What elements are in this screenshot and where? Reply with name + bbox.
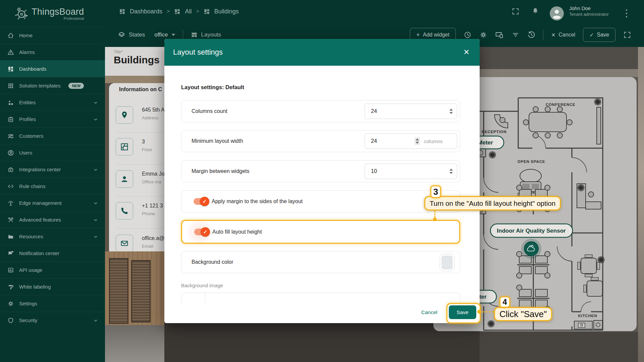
sidebar-item-solution-templates[interactable]: Solution templatesNEW: [0, 77, 105, 94]
minimum-layout-width-input[interactable]: 24 columns: [365, 133, 457, 149]
breadcrumb-separator: >: [167, 8, 170, 14]
photo-strip: [105, 76, 164, 83]
sidebar: ThingsBoard Professional Home Alarms Das…: [0, 0, 105, 362]
breadcrumb-all[interactable]: All: [185, 8, 192, 15]
device-preview-icon[interactable]: [495, 31, 504, 39]
sidebar-item-alarms[interactable]: Alarms: [0, 44, 105, 60]
info-value: office.a@: [142, 235, 164, 241]
brand-name: ThingsBoard: [32, 7, 84, 17]
stepper-down-icon[interactable]: [416, 142, 419, 144]
history-restore-icon[interactable]: [527, 31, 535, 39]
stepper-down-icon[interactable]: [449, 172, 453, 174]
avatar[interactable]: [550, 6, 564, 20]
sidebar-item-users[interactable]: Users: [0, 144, 105, 161]
stepper-down-icon[interactable]: [449, 112, 453, 114]
notifications-bell-icon[interactable]: [532, 7, 539, 15]
columns-count-input[interactable]: 24: [365, 104, 457, 119]
number-stepper[interactable]: [449, 169, 453, 174]
user-role: Tenant administrator: [569, 12, 609, 17]
tools-icon: [7, 217, 14, 223]
dashboard-background-left: Title* Buildings Information on C 645 5t…: [105, 47, 164, 362]
sidebar-item-profiles[interactable]: Profiles: [0, 111, 105, 127]
filter-icon[interactable]: [512, 31, 520, 39]
sidebar-item-notification-center[interactable]: Notification center: [0, 245, 105, 261]
save-dashboard-label: Save: [597, 32, 609, 38]
info-label: Office ma: [142, 179, 161, 184]
sidebar-item-entities[interactable]: Entities: [0, 94, 105, 111]
user-menu[interactable]: John Doe Tenant administrator: [569, 5, 609, 17]
info-label: Floor: [142, 147, 152, 152]
fullscreen-icon[interactable]: [512, 7, 520, 15]
sidebar-item-security[interactable]: Security: [0, 312, 105, 328]
input-value: 10: [371, 168, 377, 174]
layouts-button[interactable]: Layouts: [201, 32, 221, 38]
stepper-up-icon[interactable]: [449, 109, 453, 111]
sidebar-item-label: API usage: [19, 267, 42, 273]
breadcrumb-dashboards[interactable]: Dashboards: [130, 8, 162, 15]
sidebar-item-advanced-features[interactable]: Advanced features: [0, 211, 105, 228]
dialog-subtitle: Layout settings: Default: [181, 84, 244, 90]
time-window-clock-icon[interactable]: [464, 31, 472, 39]
color-swatch-fill: [442, 256, 452, 269]
person-icon: [116, 170, 133, 188]
air-quality-sensor-pill[interactable]: Indoor Air Quality Sensor: [490, 224, 573, 237]
sidebar-item-customers[interactable]: Customers: [0, 127, 105, 144]
stepper-up-icon[interactable]: [416, 138, 419, 140]
sidebar-item-label: Profiles: [19, 116, 36, 122]
margin-between-widgets-input[interactable]: 10: [365, 164, 457, 179]
sidebar-item-rule-chains[interactable]: Rule chains: [0, 178, 105, 194]
number-stepper[interactable]: [449, 109, 453, 114]
field-label: Margin between widgets: [192, 168, 250, 174]
close-icon[interactable]: ✕: [462, 47, 471, 58]
chevron-down-icon: [93, 200, 98, 206]
sidebar-item-label: Solution templates: [19, 83, 60, 88]
office-photo-corridor: [105, 251, 164, 362]
auto-fill-height-toggle[interactable]: [194, 229, 208, 235]
title-field-value[interactable]: Buildings: [114, 54, 160, 66]
room-label-conference: CONFERENCE: [546, 103, 576, 107]
dashboard-settings-gear-icon[interactable]: [479, 31, 487, 39]
sidebar-item-settings[interactable]: Settings: [0, 295, 105, 312]
columns-count-field: Columns count 24: [181, 100, 460, 122]
step-3-callout-text: Turn on the "Auto fill layout height" op…: [430, 199, 555, 207]
save-dashboard-button[interactable]: ✓Save: [583, 28, 615, 42]
cancel-dashboard-button[interactable]: ✕Cancel: [551, 32, 575, 38]
apply-margin-toggle[interactable]: [194, 198, 207, 205]
brand-logo[interactable]: ThingsBoard Professional: [0, 0, 105, 27]
number-stepper[interactable]: [415, 137, 420, 145]
image-preview-cell: [181, 293, 205, 304]
breadcrumb-buildings[interactable]: Buildings: [214, 8, 239, 15]
divider: [116, 164, 164, 165]
state-select-value[interactable]: office: [154, 32, 168, 38]
divider: [116, 196, 164, 196]
stepper-up-icon[interactable]: [449, 169, 453, 171]
room-label-open-space: OPEN SPACE: [518, 160, 545, 164]
sidebar-item-edge-management[interactable]: Edge management: [0, 194, 105, 211]
sidebar-item-white-labeling[interactable]: White labeling: [0, 278, 105, 295]
info-value: 3: [142, 139, 145, 145]
chevron-down-icon: [93, 234, 98, 239]
sidebar-item-api-usage[interactable]: API usage: [0, 261, 105, 278]
floor-plan-icon: [116, 138, 133, 156]
air-quality-sensor-marker[interactable]: [521, 239, 541, 259]
fullscreen-icon[interactable]: [623, 31, 631, 39]
sidebar-item-dashboards[interactable]: Dashboards: [0, 60, 105, 77]
svg-text:Indoor Air Quality Sensor: Indoor Air Quality Sensor: [497, 228, 566, 234]
save-highlight-ring: [446, 303, 481, 323]
info-card-title: Information on C: [119, 86, 162, 93]
kebab-menu-icon[interactable]: [624, 7, 629, 20]
caret-down-icon[interactable]: [172, 34, 175, 36]
cancel-button[interactable]: Cancel: [418, 307, 441, 318]
field-label: Background color: [192, 259, 233, 265]
step-4-callout: Click "Save": [494, 307, 552, 321]
chevron-down-icon: [93, 100, 98, 105]
sidebar-item-integrations-center[interactable]: Integrations center: [0, 161, 105, 178]
background-color-swatch[interactable]: [440, 254, 454, 271]
thingsboard-bug-icon: [15, 6, 28, 21]
chevron-down-icon: [93, 318, 98, 323]
sidebar-item-home[interactable]: Home: [0, 27, 105, 44]
api-usage-chart-icon: [7, 267, 14, 274]
sidebar-item-resources[interactable]: Resources: [0, 228, 105, 245]
layout-settings-dialog: Layout settings ✕ Layout settings: Defau…: [164, 39, 480, 323]
close-icon: ✕: [551, 32, 555, 38]
